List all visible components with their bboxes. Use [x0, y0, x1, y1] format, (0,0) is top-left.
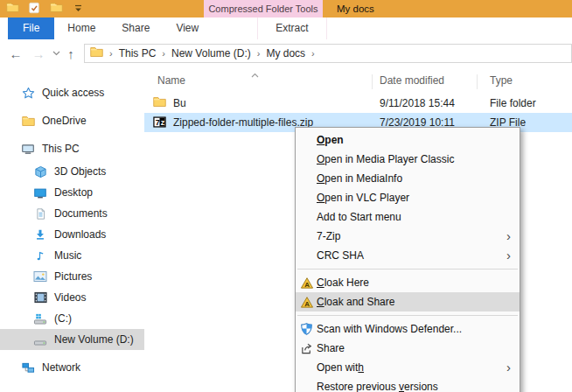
column-divider[interactable] — [372, 74, 373, 89]
up-button[interactable]: ↑ — [63, 45, 79, 62]
sidebar-item-downloads[interactable]: Downloads — [0, 224, 144, 245]
tab-file[interactable]: File — [8, 18, 54, 39]
download-icon — [33, 228, 47, 242]
submenu-arrow-icon: › — [506, 227, 511, 246]
menu-item-open[interactable]: Open — [296, 130, 520, 150]
menu-item-label: Scan with Windows Defender... — [317, 323, 462, 335]
breadcrumb-separator: › — [162, 48, 165, 59]
properties-button[interactable] — [27, 2, 41, 16]
tab-share[interactable]: Share — [108, 18, 163, 39]
menu-separator — [297, 315, 518, 316]
menu-separator — [297, 269, 518, 270]
qat-caret-icon — [74, 3, 82, 15]
menu-item-crc-sha[interactable]: CRC SHA› — [296, 246, 520, 265]
music-icon — [33, 248, 47, 262]
customize-qat-button[interactable] — [71, 2, 85, 16]
menu-item-restore-previous-versions[interactable]: Restore previous versions — [296, 377, 520, 392]
sidebar-item-label: Videos — [54, 291, 86, 304]
address-box[interactable]: ›This PC›New Volume (D:)›My docs› — [84, 44, 572, 63]
column-header-date-modified[interactable]: Date modified — [380, 71, 444, 90]
star-icon — [21, 86, 35, 100]
sidebar-item-label: This PC — [42, 143, 80, 155]
ribbon-tab-bar: FileHomeShareViewExtract — [0, 18, 572, 40]
menu-item-open-in-media-player-classic[interactable]: Open in Media Player Classic — [296, 150, 520, 169]
breadcrumb-separator: › — [109, 48, 113, 59]
tab-extract[interactable]: Extract — [257, 18, 326, 39]
breadcrumb-my-docs[interactable]: My docs — [266, 47, 305, 60]
new-folder-button[interactable] — [49, 2, 63, 16]
sidebar-item-videos[interactable]: Videos — [0, 287, 144, 308]
menu-item-cloak-and-share[interactable]: ACloak and Share — [296, 292, 520, 312]
context-menu: OpenOpen in Media Player ClassicOpen in … — [295, 127, 520, 392]
menu-item-open-in-vlc-player[interactable]: Open in VLC Player — [296, 188, 520, 207]
desktop-icon — [33, 186, 47, 200]
breadcrumb-separator: › — [311, 48, 315, 59]
file-name: Zipped-folder-multiple-files.zip — [173, 113, 313, 132]
forward-button[interactable]: → — [30, 45, 47, 62]
menu-item-label: Open with — [317, 361, 364, 374]
file-row-bu[interactable]: Bu9/11/2018 15:44File folder — [144, 94, 572, 113]
sidebar-item-pictures[interactable]: Pictures — [0, 266, 144, 287]
contextual-tab-compressed-folder-tools[interactable]: Compressed Folder Tools — [204, 0, 323, 18]
menu-item-share[interactable]: Share — [296, 339, 520, 358]
sidebar-item-music[interactable]: Music — [0, 245, 144, 266]
column-header-name[interactable]: Name — [157, 71, 185, 90]
file-name: Bu — [173, 94, 186, 113]
sidebar-item-label: Downloads — [54, 228, 106, 241]
menu-item-label: Add to Start menu — [317, 211, 401, 223]
sidebar-item-this-pc[interactable]: This PC — [0, 139, 144, 158]
cloak-icon: A — [299, 276, 314, 290]
breadcrumb: ›This PC›New Volume (D:)›My docs› — [109, 47, 315, 60]
cloak-icon: A — [299, 295, 314, 309]
sidebar-item-label: 3D Objects — [54, 165, 106, 178]
file-explorer-window: Compressed Folder Tools My docs FileHome… — [0, 0, 572, 392]
7z-icon: 7z — [153, 116, 167, 130]
back-button[interactable]: ← — [7, 45, 24, 62]
sidebar-item-quick-access[interactable]: Quick access — [0, 83, 144, 102]
check-page-icon — [28, 2, 40, 17]
sidebar-item-new-volume-d[interactable]: New Volume (D:) — [0, 329, 144, 350]
share-icon — [299, 341, 314, 355]
arrow-left-icon: ← — [10, 46, 23, 61]
menu-item-scan-with-windows-defender[interactable]: Scan with Windows Defender... — [296, 319, 520, 339]
sidebar-item-onedrive[interactable]: OneDrive — [0, 111, 144, 130]
address-bar-row: ←→↑ ›This PC›New Volume (D:)›My docs› — [0, 39, 572, 70]
breadcrumb-separator: › — [257, 48, 261, 59]
sidebar-item-c[interactable]: (C:) — [0, 308, 144, 329]
column-divider[interactable] — [477, 74, 478, 89]
menu-item-open-with[interactable]: Open with› — [296, 358, 520, 377]
sidebar-item-label: Pictures — [54, 270, 92, 283]
menu-item-label: Restore previous versions — [317, 381, 438, 392]
sidebar-item-documents[interactable]: Documents — [0, 203, 144, 224]
drive-windows-icon — [33, 312, 47, 326]
menu-item-add-to-start-menu[interactable]: Add to Start menu — [296, 207, 520, 227]
quick-access-toolbar — [5, 2, 85, 16]
menu-item-label: CRC SHA — [317, 249, 364, 262]
sidebar-item-3d-objects[interactable]: 3D Objects — [0, 161, 144, 182]
column-header-type[interactable]: Type — [490, 71, 513, 90]
explorer-app-button[interactable] — [5, 2, 19, 16]
sort-ascending-icon — [251, 68, 259, 80]
submenu-arrow-icon: › — [506, 358, 511, 377]
breadcrumb-this-pc[interactable]: This PC — [119, 47, 157, 60]
svg-text:7: 7 — [156, 118, 160, 127]
menu-item-label: Open — [317, 134, 344, 146]
sidebar-item-desktop[interactable]: Desktop — [0, 182, 144, 203]
titlebar: Compressed Folder Tools My docs — [0, 0, 572, 18]
network-icon — [21, 360, 35, 374]
menu-item-open-in-mediainfo[interactable]: Open in MediaInfo — [296, 169, 520, 188]
tab-home[interactable]: Home — [54, 18, 108, 39]
submenu-arrow-icon: › — [506, 246, 511, 265]
breadcrumb-new-volume-d[interactable]: New Volume (D:) — [171, 47, 251, 60]
sidebar-item-label: OneDrive — [42, 115, 87, 127]
sidebar-item-network[interactable]: Network — [0, 358, 144, 377]
sidebar-item-label: Network — [42, 361, 80, 374]
file-type: File folder — [490, 94, 536, 113]
tab-view[interactable]: View — [163, 18, 212, 39]
computer-icon — [21, 142, 35, 156]
menu-item-cloak-here[interactable]: ACloak Here — [296, 273, 520, 292]
svg-text:z: z — [161, 118, 165, 127]
recent-locations-button[interactable] — [51, 45, 61, 62]
folder-icon — [21, 114, 35, 128]
menu-item-7-zip[interactable]: 7-Zip› — [296, 227, 520, 246]
